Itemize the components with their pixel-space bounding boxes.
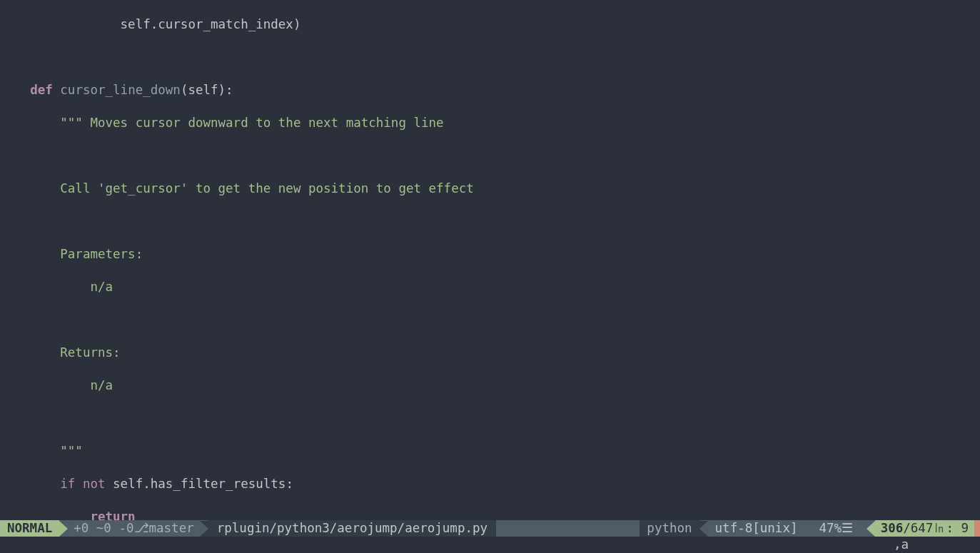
command-line[interactable]: ,a (0, 537, 980, 553)
docstring: n/a (0, 280, 113, 294)
git-status: +0 ~0 -0 ⎇ master (68, 520, 200, 537)
docstring: """ (0, 444, 83, 458)
column-number: : 9 (946, 520, 969, 537)
separator-icon (867, 521, 875, 537)
linenum-icon: ㏑ (933, 520, 946, 537)
percent-value: 47% (819, 520, 842, 537)
docstring: Call 'get_cursor' to get the new positio… (0, 181, 474, 196)
docstring: Returns: (0, 345, 121, 360)
separator-icon (59, 521, 68, 537)
branch-icon: ⎇ (134, 520, 149, 537)
code-text: self.cursor_match_index) (0, 17, 300, 31)
docstring: Parameters: (0, 247, 143, 261)
separator-icon (699, 521, 708, 537)
keyword-if: if (60, 477, 75, 491)
code-editor[interactable]: self.cursor_match_index) def cursor_line… (0, 0, 980, 553)
git-branch: master (149, 520, 194, 537)
file-encoding: utf-8[unix] (708, 520, 805, 537)
keyword-def: def (30, 83, 53, 97)
mode-indicator: NORMAL (0, 520, 59, 537)
status-line: NORMAL +0 ~0 -0 ⎇ master rplugin/python3… (0, 520, 980, 537)
separator-icon (200, 521, 208, 537)
code-text: self.has_filter_results: (106, 477, 293, 491)
lines-icon: ☰ (842, 520, 853, 537)
git-changes: +0 ~0 -0 (74, 520, 133, 537)
scroll-percent: 47% ☰ (813, 520, 866, 537)
statusline-end (974, 520, 980, 537)
docstring: n/a (0, 378, 113, 392)
function-name: cursor_line_down (60, 83, 181, 97)
file-path: rplugin/python3/aerojump/aerojump.py (208, 520, 496, 537)
file-type: python (640, 520, 699, 537)
line-info: 306/647 ㏑: 9 (875, 520, 974, 537)
total-lines: /647 (903, 520, 933, 537)
keyword-not: not (83, 477, 106, 491)
separator-icon (804, 521, 813, 537)
current-line: 306 (881, 520, 904, 537)
docstring: """ Moves cursor downward to the next ma… (0, 116, 444, 130)
code-text: (self): (181, 83, 233, 97)
